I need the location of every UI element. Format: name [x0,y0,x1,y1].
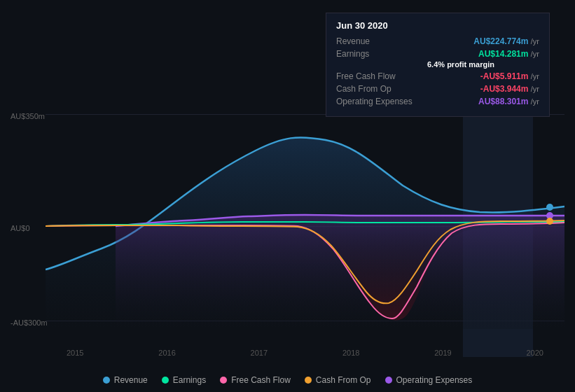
tooltip-cashfromop-label: Cash From Op [336,84,427,94]
legend-label-cashfromop: Cash From Op [316,375,371,385]
legend-item-cashfromop[interactable]: Cash From Op [305,375,371,385]
x-label-2015: 2015 [67,349,83,357]
cashfromop-dot [546,218,553,225]
chart-svg [46,108,564,329]
legend-label-earnings: Earnings [173,375,206,385]
legend-label-revenue: Revenue [114,375,148,385]
y-axis-label-top: AU$350m [11,112,45,120]
tooltip-date: Jun 30 2020 [336,20,539,31]
tooltip-cashfromop-value: -AU$3.944m /yr [480,84,539,94]
tooltip-revenue-row: Revenue AU$224.774m /yr [336,36,539,46]
x-label-2020: 2020 [526,349,543,357]
tooltip-opex-value: AU$88.301m /yr [478,97,539,106]
x-label-2017: 2017 [251,349,268,357]
x-axis-labels: 2015 2016 2017 2018 2019 2020 [46,345,564,357]
legend-dot-earnings [162,377,169,384]
tooltip-fcf-label: Free Cash Flow [336,71,427,81]
x-label-2018: 2018 [342,349,359,357]
tooltip-revenue-value: AU$224.774m /yr [473,36,539,46]
legend-item-earnings[interactable]: Earnings [162,375,206,385]
legend-dot-fcf [220,377,227,384]
tooltip-fcf-value: -AU$5.911m /yr [480,71,539,81]
y-axis-label-bot: -AU$300m [11,318,48,327]
tooltip-opex-label: Operating Expenses [336,97,427,106]
tooltip-fcf-row: Free Cash Flow -AU$5.911m /yr [336,71,539,81]
tooltip-cashfromop-row: Cash From Op -AU$3.944m /yr [336,84,539,94]
legend-label-fcf: Free Cash Flow [231,375,291,385]
legend-label-opex: Operating Expenses [396,375,473,385]
y-axis-label-mid: AU$0 [11,224,30,232]
tooltip-revenue-label: Revenue [336,36,427,46]
tooltip-earnings-value: AU$14.281m /yr [478,49,539,59]
x-label-2016: 2016 [158,349,175,357]
legend-item-revenue[interactable]: Revenue [103,375,148,385]
legend-dot-opex [385,377,392,384]
legend-dot-cashfromop [305,377,312,384]
revenue-dot [546,204,553,211]
chart-legend: Revenue Earnings Free Cash Flow Cash Fro… [0,375,575,385]
legend-item-fcf[interactable]: Free Cash Flow [220,375,291,385]
tooltip-opex-row: Operating Expenses AU$88.301m /yr [336,97,539,106]
legend-item-opex[interactable]: Operating Expenses [385,375,473,385]
legend-dot-revenue [103,377,110,384]
tooltip-earnings-label: Earnings [336,49,427,59]
x-label-2019: 2019 [434,349,451,357]
tooltip-earnings-row: Earnings AU$14.281m /yr [336,49,539,59]
tooltip-panel: Jun 30 2020 Revenue AU$224.774m /yr Earn… [326,13,550,117]
tooltip-profit-margin: 6.4% profit margin [336,60,539,69]
